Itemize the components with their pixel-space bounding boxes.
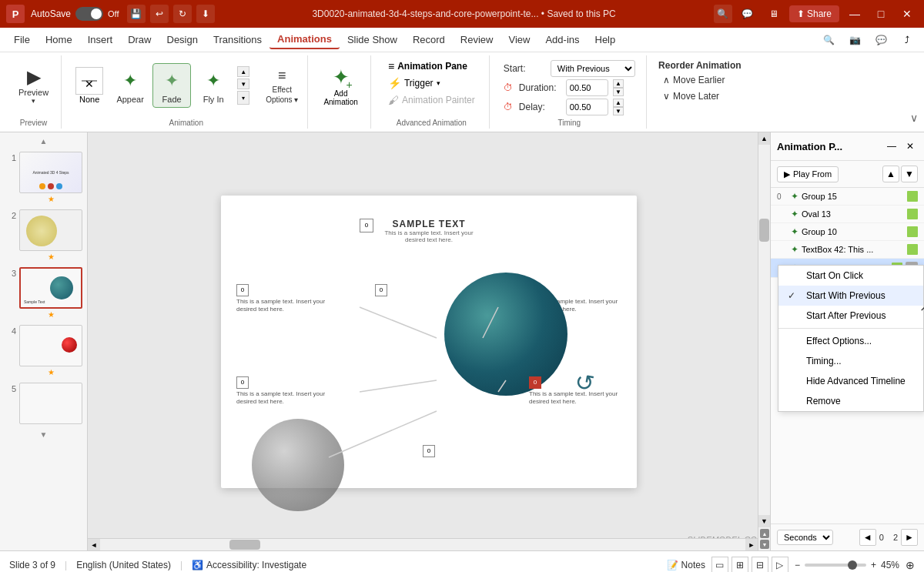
maximize-button[interactable]: □: [870, 3, 892, 25]
anim-pane-close[interactable]: ✕: [902, 139, 918, 154]
menu-remove[interactable]: Remove: [778, 391, 923, 411]
menu-start-with-prev[interactable]: ✓ Start With Previous: [778, 286, 923, 306]
nav-down[interactable]: ▼: [760, 540, 769, 549]
menu-addins[interactable]: Add-ins: [537, 31, 587, 49]
scroll-thumb-h[interactable]: [229, 540, 260, 550]
slide-img-4[interactable]: [19, 325, 82, 366]
trigger-btn[interactable]: ⚡ Trigger ▾: [383, 75, 445, 91]
duration-up[interactable]: ▲: [613, 79, 624, 88]
view-grid-btn[interactable]: ⊞: [732, 557, 748, 573]
animation-pane-btn[interactable]: ≡ Animation Pane: [383, 59, 472, 74]
save-icon[interactable]: 💾: [127, 5, 146, 23]
anim-appear-btn[interactable]: ✦ Appear: [111, 63, 149, 108]
accessibility-info[interactable]: ♿ Accessibility: Investigate: [192, 560, 306, 570]
nav-up[interactable]: ▲: [760, 529, 769, 538]
duration-down[interactable]: ▼: [613, 88, 624, 96]
panel-scroll-up[interactable]: ▲: [3, 135, 84, 147]
play-arrow-up[interactable]: ▲: [882, 166, 899, 182]
zoom-thumb[interactable]: [848, 560, 857, 570]
comments-icon[interactable]: 💬: [737, 3, 758, 25]
move-later-btn[interactable]: ∨ Move Later: [658, 89, 724, 103]
anim-item-group15[interactable]: 0 ✦ Group 15: [771, 188, 924, 206]
redo-icon[interactable]: ↻: [173, 5, 192, 23]
menu-file[interactable]: File: [6, 31, 38, 49]
anim-scroll-more[interactable]: ▾: [237, 91, 249, 105]
undo-icon[interactable]: ↩: [150, 5, 169, 23]
slide-thumb-1[interactable]: 1 Animated 3D 4 Steps ★: [3, 150, 84, 205]
slide-thumb-2[interactable]: 2 ★: [3, 208, 84, 263]
zoom-out-btn[interactable]: −: [795, 560, 800, 570]
slide-thumb-4[interactable]: 4 ★: [3, 323, 84, 378]
collapse-icon[interactable]: ∨: [910, 112, 918, 124]
canvas-scrollbar-v[interactable]: ▲ ▼ ▲ ▼: [758, 132, 770, 550]
zoom-slider[interactable]: [805, 564, 866, 567]
menu-design[interactable]: Design: [159, 31, 206, 49]
canvas-scrollbar-h[interactable]: ◄ ►: [88, 538, 758, 550]
slide-img-1[interactable]: Animated 3D 4 Steps: [19, 152, 82, 193]
menu-record[interactable]: Record: [405, 31, 453, 49]
anim-scroll-down[interactable]: ▼: [237, 79, 249, 89]
scroll-right-btn[interactable]: ►: [745, 539, 758, 550]
menu-search-btn[interactable]: 🔍: [818, 29, 839, 51]
menu-draw[interactable]: Draw: [120, 31, 159, 49]
anim-pane-collapse[interactable]: —: [884, 139, 899, 154]
preview-button[interactable]: ▶ Preview ▾: [12, 62, 55, 109]
slide-img-2[interactable]: [19, 209, 82, 251]
anim-scroll-up[interactable]: ▲: [237, 66, 249, 77]
anim-item-tb42[interactable]: ✦ TextBox 42: This ...: [771, 241, 924, 259]
menu-start-on-click[interactable]: Start On Click: [778, 266, 923, 286]
anim-fade-btn[interactable]: ✦ Fade: [152, 63, 191, 108]
delay-input[interactable]: [566, 99, 608, 115]
anim-flyin-btn[interactable]: ✦ Fly In: [194, 63, 233, 108]
add-animation-btn[interactable]: ✦ + Add Animation: [317, 62, 363, 109]
customize-icon[interactable]: ⬇: [196, 5, 215, 23]
panel-scroll-down[interactable]: ▼: [3, 429, 84, 440]
slide-thumb-5[interactable]: 5: [3, 381, 84, 426]
menu-chat-icon[interactable]: 💬: [870, 29, 892, 51]
duration-input[interactable]: [566, 79, 608, 96]
delay-up[interactable]: ▲: [613, 99, 624, 107]
move-earlier-btn[interactable]: ∧ Move Earlier: [658, 73, 729, 87]
anim-item-oval13[interactable]: ✦ Oval 13: [771, 206, 924, 223]
autosave-toggle[interactable]: AutoSave Off: [31, 7, 119, 21]
menu-effect-options[interactable]: Effect Options...: [778, 331, 923, 351]
effect-options-btn[interactable]: ≡ Effect Options ▾: [263, 65, 301, 107]
slide-thumb-3[interactable]: 3 Sample Text ★: [3, 266, 84, 320]
menu-insert[interactable]: Insert: [80, 31, 121, 49]
search-icon[interactable]: 🔍: [714, 5, 732, 23]
scroll-thumb-v[interactable]: [759, 219, 769, 242]
menu-animations[interactable]: Animations: [270, 30, 340, 49]
slide-img-3[interactable]: Sample Text: [19, 267, 82, 309]
play-arrow-down[interactable]: ▼: [901, 166, 918, 182]
footer-nav-left[interactable]: ◄: [859, 529, 876, 546]
anim-item-group10[interactable]: ✦ Group 10: [771, 223, 924, 241]
delay-down[interactable]: ▼: [613, 107, 624, 115]
scroll-left-btn[interactable]: ◄: [88, 539, 100, 550]
fit-icon[interactable]: ⊕: [906, 559, 915, 571]
present-icon[interactable]: 🖥: [763, 3, 785, 25]
scroll-up-btn[interactable]: ▲: [758, 132, 770, 145]
view-present-btn[interactable]: ▷: [772, 557, 788, 573]
seconds-select[interactable]: Seconds: [777, 530, 833, 545]
slide-img-5[interactable]: [19, 383, 82, 424]
collapse-ribbon[interactable]: ∨: [910, 55, 918, 129]
menu-share2-icon[interactable]: ⤴: [896, 29, 918, 51]
scroll-down-btn[interactable]: ▼: [758, 515, 770, 527]
menu-start-after-prev[interactable]: Start After Previous: [778, 306, 923, 326]
menu-hide-timeline[interactable]: Hide Advanced Timeline: [778, 371, 923, 391]
zoom-in-btn[interactable]: +: [871, 560, 876, 570]
painter-btn[interactable]: 🖌 Animation Painter: [383, 92, 480, 108]
notes-btn[interactable]: 📝 Notes: [667, 560, 705, 570]
menu-home[interactable]: Home: [38, 31, 80, 49]
autosave-switch[interactable]: [75, 7, 103, 21]
menu-cam-icon[interactable]: 📷: [844, 29, 865, 51]
menu-view[interactable]: View: [500, 31, 537, 49]
minimize-button[interactable]: —: [844, 3, 865, 25]
view-normal-btn[interactable]: ▭: [711, 557, 728, 573]
start-select[interactable]: With Previous On Click After Previous: [551, 60, 635, 77]
footer-nav-right[interactable]: ►: [901, 529, 918, 546]
close-button[interactable]: ✕: [896, 3, 918, 25]
menu-review[interactable]: Review: [453, 31, 501, 49]
menu-slideshow[interactable]: Slide Show: [340, 31, 405, 49]
menu-help[interactable]: Help: [588, 31, 624, 49]
